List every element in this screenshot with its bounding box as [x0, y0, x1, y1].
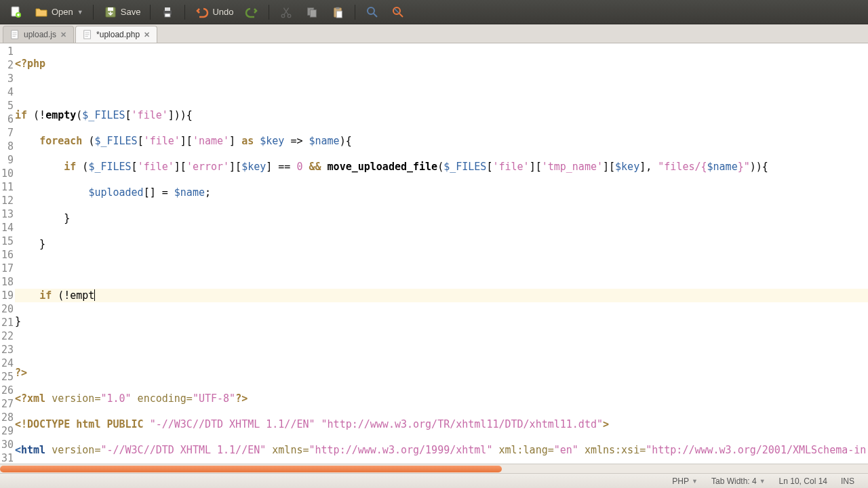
save-label: Save [121, 7, 141, 17]
copy-icon [304, 5, 319, 20]
language-selector[interactable]: PHP▼ [665, 476, 705, 486]
search-icon [365, 5, 380, 20]
print-button[interactable] [156, 3, 179, 22]
redo-icon [244, 5, 259, 20]
print-icon [160, 5, 175, 20]
svg-rect-3 [108, 7, 113, 11]
paste-button[interactable] [326, 3, 349, 22]
file-icon [10, 30, 20, 39]
svg-point-7 [282, 14, 285, 18]
open-label: Open [52, 7, 73, 17]
save-button[interactable]: Save [99, 3, 145, 22]
svg-point-8 [288, 14, 292, 18]
file-icon [83, 30, 92, 39]
svg-rect-12 [336, 7, 340, 9]
text-cursor [94, 289, 95, 301]
separator [184, 5, 185, 20]
open-button[interactable]: Open ▼ [30, 3, 87, 22]
status-bar: PHP▼ Tab Width: 4▼ Ln 10, Col 14 INS [0, 473, 868, 488]
tab-bar: upload.js ✕ *upload.php ✕ [0, 24, 868, 43]
new-file-icon [8, 5, 23, 20]
cut-icon [279, 5, 294, 20]
insert-mode[interactable]: INS [834, 476, 861, 486]
undo-icon [195, 5, 210, 20]
undo-label: Undo [212, 7, 233, 17]
redo-button[interactable] [240, 3, 263, 22]
tab-upload-js[interactable]: upload.js ✕ [3, 26, 74, 43]
find-button[interactable] [361, 3, 384, 22]
code-editor[interactable]: 1234567891011121314151617181920212223242… [0, 43, 868, 464]
svg-rect-10 [311, 9, 317, 17]
code-content[interactable]: <?php if (!empty($_FILES['file'])){ fore… [15, 43, 868, 464]
close-icon[interactable]: ✕ [144, 30, 150, 39]
separator [269, 5, 269, 20]
separator [93, 5, 94, 20]
cut-button[interactable] [275, 3, 298, 22]
copy-button[interactable] [300, 3, 323, 22]
horizontal-scrollbar[interactable] [0, 464, 868, 473]
svg-point-14 [368, 7, 374, 14]
replace-button[interactable] [387, 3, 410, 22]
separator [355, 5, 355, 20]
new-file-button[interactable] [4, 3, 27, 22]
close-icon[interactable]: ✕ [60, 30, 66, 39]
chevron-down-icon: ▼ [77, 9, 83, 16]
tab-label: *upload.php [96, 30, 140, 39]
find-replace-icon [391, 5, 406, 20]
paste-icon [330, 5, 345, 20]
svg-rect-13 [337, 11, 342, 18]
tab-upload-php[interactable]: *upload.php ✕ [75, 26, 157, 43]
save-icon [103, 5, 118, 20]
separator [150, 5, 151, 20]
tab-label: upload.js [24, 30, 56, 39]
main-toolbar: Open ▼ Save Undo [0, 0, 868, 24]
svg-rect-5 [165, 7, 170, 11]
undo-button[interactable]: Undo [191, 3, 237, 22]
open-icon [34, 5, 49, 20]
tab-width-selector[interactable]: Tab Width: 4▼ [705, 476, 772, 486]
cursor-position: Ln 10, Col 14 [772, 476, 834, 486]
scrollbar-thumb[interactable] [0, 466, 502, 472]
line-gutter: 1234567891011121314151617181920212223242… [0, 43, 15, 464]
svg-rect-6 [165, 14, 170, 17]
